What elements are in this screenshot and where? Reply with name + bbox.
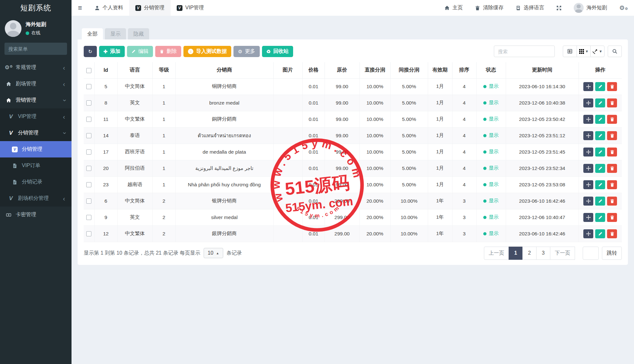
more-button[interactable]: ⚙更多 xyxy=(233,46,259,57)
row-delete-button[interactable] xyxy=(607,229,617,238)
status-badge[interactable]: 显示 xyxy=(483,181,499,188)
edit-button[interactable]: 编辑 xyxy=(127,46,153,57)
row-edit-button[interactable] xyxy=(595,229,605,238)
status-badge[interactable]: 显示 xyxy=(483,132,499,139)
row-edit-button[interactable] xyxy=(595,164,605,173)
row-edit-button[interactable] xyxy=(595,82,605,91)
table-row: 23 越南语 1 Nhà phân phối huy chương đồng 0… xyxy=(84,176,622,193)
row-checkbox[interactable] xyxy=(86,166,91,171)
status-badge[interactable]: 显示 xyxy=(483,83,499,90)
row-edit-button[interactable] xyxy=(595,197,605,206)
sidebar-item-distribution-sub[interactable]: V 分销管理 xyxy=(0,141,72,157)
row-move-button[interactable] xyxy=(583,115,593,124)
export-button[interactable]: ▼ xyxy=(590,46,604,57)
row-move-button[interactable] xyxy=(583,164,593,173)
page-button-3[interactable]: 3 xyxy=(536,247,550,260)
row-delete-button[interactable] xyxy=(607,180,617,189)
row-edit-button[interactable] xyxy=(595,180,605,189)
sidebar-item-theater-points[interactable]: V 剧场积分管理 ‹ xyxy=(0,190,72,207)
cell-image xyxy=(273,193,302,209)
row-edit-button[interactable] xyxy=(595,148,605,157)
sidebar-item-theater[interactable]: 剧场管理 ‹ xyxy=(0,76,72,92)
tab-visible[interactable]: 显示 xyxy=(105,28,126,39)
row-delete-button[interactable] xyxy=(607,82,617,91)
trash-icon xyxy=(610,133,614,138)
trash-icon xyxy=(610,182,614,187)
page-button-1[interactable]: 1 xyxy=(509,247,523,260)
nav-fullscreen-button[interactable] xyxy=(550,0,568,16)
row-delete-button[interactable] xyxy=(607,213,617,222)
caret-down-icon: ▼ xyxy=(599,49,603,53)
nav-language-button[interactable]: 选择语言 xyxy=(510,0,550,16)
row-edit-button[interactable] xyxy=(595,213,605,222)
row-checkbox[interactable] xyxy=(86,84,91,89)
columns-button[interactable]: ▼ xyxy=(577,46,591,57)
sidebar-toggle-icon[interactable]: ≡ xyxy=(72,0,89,16)
table-search-input[interactable] xyxy=(494,46,555,57)
tab-hidden[interactable]: 隐藏 xyxy=(128,28,149,39)
row-move-button[interactable] xyxy=(583,98,593,107)
prev-page-button[interactable]: 上一页 xyxy=(484,247,509,260)
delete-button[interactable]: 删除 xyxy=(155,46,181,57)
import-test-data-button[interactable]: ↓导入测试数据 xyxy=(183,46,231,57)
jump-page-input[interactable] xyxy=(583,247,599,260)
row-delete-button[interactable] xyxy=(607,115,617,124)
row-delete-button[interactable] xyxy=(607,98,617,107)
select-all-checkbox[interactable] xyxy=(86,68,91,73)
row-edit-button[interactable] xyxy=(595,131,605,140)
jump-button[interactable]: 跳转 xyxy=(602,247,622,260)
status-badge[interactable]: 显示 xyxy=(483,165,499,172)
row-checkbox[interactable] xyxy=(86,149,91,155)
row-checkbox[interactable] xyxy=(86,100,91,106)
row-move-button[interactable] xyxy=(583,131,593,140)
row-checkbox[interactable] xyxy=(86,199,91,204)
nav-home-button[interactable]: 主页 xyxy=(438,0,469,16)
sidebar-item-distribution-management[interactable]: V 分销管理 ‹ xyxy=(0,125,72,141)
nav-user-menu[interactable]: 海外短剧 xyxy=(568,0,613,16)
row-delete-button[interactable] xyxy=(607,131,617,140)
nav-tab-profile[interactable]: 个人资料 xyxy=(89,0,129,16)
row-checkbox[interactable] xyxy=(86,215,91,220)
status-badge[interactable]: 显示 xyxy=(483,214,499,221)
detail-view-button[interactable] xyxy=(563,46,577,57)
sidebar-item-general[interactable]: ⚙⚙ 常规管理 ‹ xyxy=(0,59,72,76)
next-page-button[interactable]: 下一页 xyxy=(550,247,575,260)
nav-clear-cache-button[interactable]: 清除缓存 xyxy=(469,0,510,16)
row-move-button[interactable] xyxy=(583,148,593,157)
tab-all[interactable]: 全部 xyxy=(82,28,103,39)
row-move-button[interactable] xyxy=(583,229,593,238)
row-edit-button[interactable] xyxy=(595,98,605,107)
nav-tab-distribution[interactable]: V 分销管理 xyxy=(129,0,171,16)
row-checkbox[interactable] xyxy=(86,231,91,236)
row-delete-button[interactable] xyxy=(607,164,617,173)
search-button[interactable] xyxy=(608,46,622,57)
row-move-button[interactable] xyxy=(583,82,593,91)
nav-tab-vip[interactable]: V VIP管理 xyxy=(171,0,210,16)
sidebar-item-distribution-records[interactable]: 分销记录 xyxy=(0,174,72,190)
recycle-bin-button[interactable]: ♻回收站 xyxy=(262,46,293,57)
row-move-button[interactable] xyxy=(583,213,593,222)
page-button-2[interactable]: 2 xyxy=(522,247,537,260)
row-checkbox[interactable] xyxy=(86,117,91,122)
status-badge[interactable]: 显示 xyxy=(483,99,499,106)
status-badge[interactable]: 显示 xyxy=(483,198,499,204)
sidebar-item-marketing[interactable]: 营销管理 ‹ xyxy=(0,92,72,108)
status-badge[interactable]: 显示 xyxy=(483,230,499,237)
sidebar-search-input[interactable] xyxy=(8,46,72,52)
sidebar-item-vip-management[interactable]: V VIP管理 ‹ xyxy=(0,108,72,125)
refresh-button[interactable]: ↻ xyxy=(84,46,97,57)
row-move-button[interactable] xyxy=(583,197,593,206)
page-size-select[interactable]: 10 ▲ xyxy=(204,248,224,258)
row-checkbox[interactable] xyxy=(86,182,91,187)
status-badge[interactable]: 显示 xyxy=(483,148,499,155)
sidebar-item-card-keys[interactable]: 卡密管理 xyxy=(0,207,72,223)
row-edit-button[interactable] xyxy=(595,115,605,124)
row-checkbox[interactable] xyxy=(86,133,91,138)
row-delete-button[interactable] xyxy=(607,148,617,157)
status-badge[interactable]: 显示 xyxy=(483,116,499,123)
row-delete-button[interactable] xyxy=(607,197,617,206)
nav-settings-button[interactable]: ⚙⚙ xyxy=(613,0,634,16)
add-button[interactable]: ✚添加 xyxy=(99,46,125,57)
row-move-button[interactable] xyxy=(583,180,593,189)
sidebar-item-vip-orders[interactable]: VIP订单 xyxy=(0,157,72,174)
